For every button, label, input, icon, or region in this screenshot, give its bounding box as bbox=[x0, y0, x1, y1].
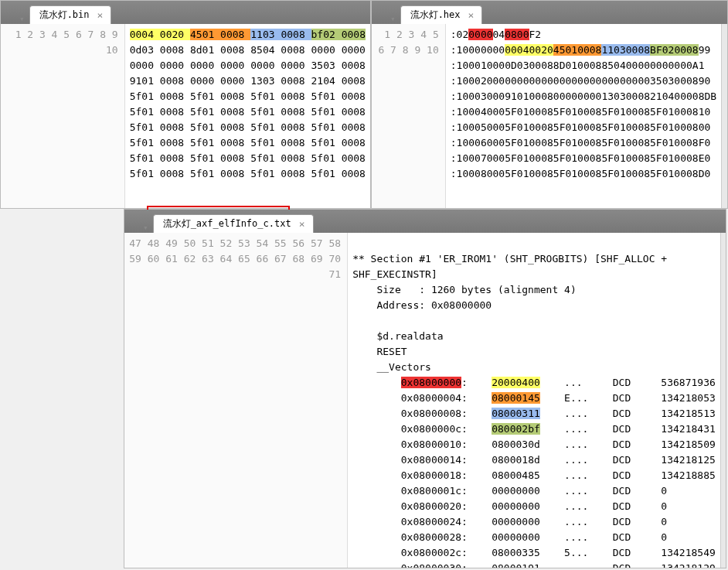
tab-bar-txt: ▾ 流水灯_axf_elfInfo_c.txt × bbox=[124, 210, 726, 233]
scrollbar-vertical[interactable] bbox=[721, 24, 727, 208]
bin-pane: ▾ 流水灯.bin × 1 2 3 4 5 6 7 8 9 10 0004 00… bbox=[0, 0, 371, 209]
txt-pane: ▾ 流水灯_axf_elfInfo_c.txt × 47 48 49 50 51… bbox=[124, 209, 726, 568]
tab-bar-bin: ▾ 流水灯.bin × bbox=[1, 1, 370, 24]
txt-code[interactable]: ** Section #1 'ER_IROM1' (SHT_PROGBITS) … bbox=[348, 233, 720, 568]
close-icon[interactable]: × bbox=[468, 9, 475, 21]
tab-label: 流水灯_axf_elfInfo_c.txt bbox=[163, 217, 291, 230]
hex-code[interactable]: :020000040800F2 :10000000000400204501000… bbox=[446, 24, 721, 208]
tab-txt[interactable]: 流水灯_axf_elfInfo_c.txt × bbox=[153, 214, 314, 233]
scrollbar-vertical[interactable] bbox=[720, 233, 726, 568]
line-numbers: 1 2 3 4 5 6 7 8 9 10 bbox=[1, 24, 125, 208]
tab-bar-hex: ▾ 流水灯.hex × bbox=[372, 1, 727, 24]
chevron-down-icon[interactable]: ▾ bbox=[138, 221, 153, 233]
close-icon[interactable]: × bbox=[299, 218, 305, 230]
chevron-down-icon[interactable]: ▾ bbox=[386, 12, 400, 24]
line-numbers: 1 2 3 4 5 6 7 8 9 10 bbox=[372, 24, 446, 208]
line-numbers: 47 48 49 50 51 52 53 54 55 56 57 58 59 6… bbox=[124, 233, 348, 568]
tab-label: 流水灯.hex bbox=[410, 9, 461, 22]
hex-pane: ▾ 流水灯.hex × 1 2 3 4 5 6 7 8 9 10 :020000… bbox=[371, 0, 728, 209]
close-icon[interactable]: × bbox=[97, 9, 104, 21]
bin-code[interactable]: 0004 0020 4501 0008 1103 0008 bf02 0008 … bbox=[125, 24, 370, 208]
chevron-down-icon[interactable]: ▾ bbox=[15, 12, 29, 24]
tab-label: 流水灯.bin bbox=[39, 9, 90, 22]
tab-hex[interactable]: 流水灯.hex × bbox=[400, 5, 483, 24]
tab-bin[interactable]: 流水灯.bin × bbox=[29, 5, 112, 24]
